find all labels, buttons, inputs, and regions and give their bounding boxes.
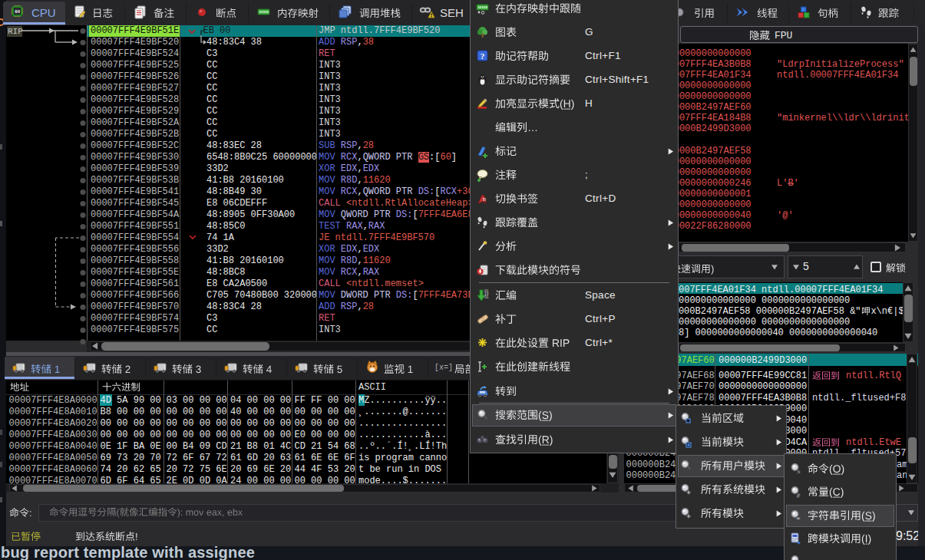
svg-text:n: n (483, 196, 486, 202)
svg-text:#: # (797, 493, 800, 499)
svg-text:01: 01 (484, 295, 489, 299)
svg-text:“: “ (797, 516, 801, 523)
svg-text:64: 64 (15, 8, 20, 14)
svg-text:?: ? (481, 51, 485, 61)
svg-text:>: > (797, 469, 800, 476)
